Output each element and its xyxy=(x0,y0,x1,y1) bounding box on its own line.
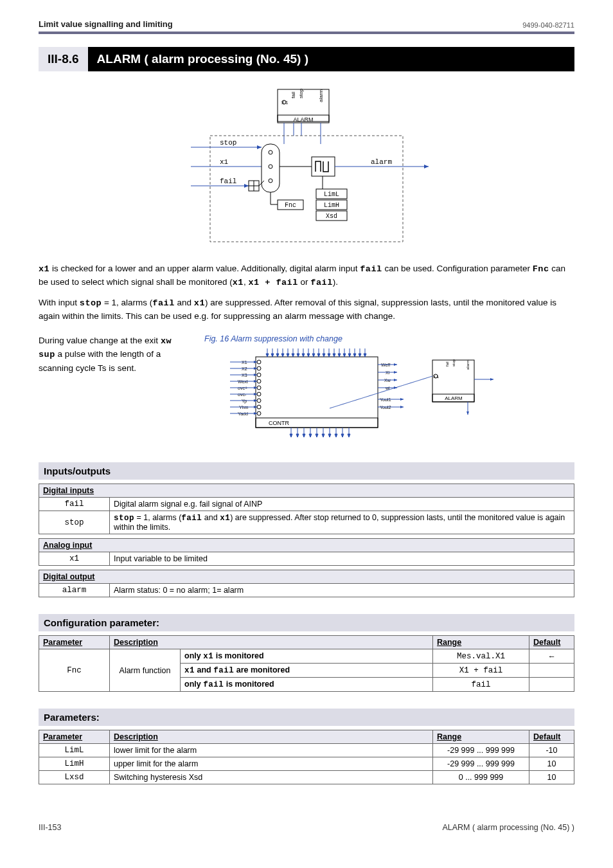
digital-output-table: Digital output alarm Alarm status: 0 = n… xyxy=(39,570,574,597)
svg-marker-88 xyxy=(276,354,279,357)
svg-marker-92 xyxy=(287,354,289,357)
table-row: Lxsd Switching hysteresis Xsd 0 ... 999 … xyxy=(39,771,574,784)
table-row: stop stop = 1, alarms (fail and x1) are … xyxy=(39,511,574,534)
page-footer: III-153 ALARM ( alarm processing (No. 45… xyxy=(39,823,574,832)
config-table: Parameter Description Range Default Fnc … xyxy=(39,635,574,692)
svg-text:x1: x1 xyxy=(220,158,229,166)
svg-marker-114 xyxy=(343,354,346,357)
section-title: ALARM ( alarm processing (No. 45) ) xyxy=(88,47,574,71)
svg-marker-122 xyxy=(364,354,366,357)
svg-point-23 xyxy=(269,179,272,183)
svg-marker-172 xyxy=(466,411,469,415)
svg-marker-86 xyxy=(271,354,274,357)
svg-marker-27 xyxy=(424,165,429,168)
table-row: alarm Alarm status: 0 = no alarm; 1= ala… xyxy=(39,584,574,597)
svg-text:stop: stop xyxy=(452,359,456,366)
header-left: Limit value signalling and limiting xyxy=(39,19,173,29)
svg-marker-94 xyxy=(292,354,294,357)
svg-text:Yp: Yp xyxy=(242,399,247,404)
fig16-row: During value change at the exit xw sup a… xyxy=(39,334,574,446)
svg-marker-142 xyxy=(290,434,292,437)
fig16-sidetext: During value change at the exit xw sup a… xyxy=(39,334,193,375)
svg-marker-146 xyxy=(303,434,305,437)
svg-marker-148 xyxy=(309,434,312,437)
fig16-caption: Fig. 16 Alarm suppression with change xyxy=(204,334,574,343)
svg-marker-158 xyxy=(341,434,344,437)
digital-inputs-table: Digital inputs fail Digital alarm signal… xyxy=(39,484,574,534)
svg-marker-144 xyxy=(296,434,299,437)
svg-marker-84 xyxy=(266,354,269,357)
svg-marker-170 xyxy=(490,378,493,381)
svg-marker-131 xyxy=(394,379,397,381)
svg-text:alarm: alarm xyxy=(466,360,470,370)
svg-marker-110 xyxy=(333,354,335,357)
analog-input-table: Analog input x1 Input variable to be lim… xyxy=(39,538,574,566)
table-row: Fnc Alarm function only x1 is monitored … xyxy=(39,649,574,664)
svg-rect-44 xyxy=(256,357,378,428)
svg-text:fail: fail xyxy=(220,177,236,185)
footer-right: ALARM ( alarm processing (No. 45) ) xyxy=(442,823,574,832)
svg-marker-140 xyxy=(400,406,404,408)
svg-marker-128 xyxy=(394,371,397,374)
svg-point-71 xyxy=(257,399,261,402)
paragraph-1: x1 is checked for a lower and an upper a… xyxy=(39,262,574,290)
svg-rect-11 xyxy=(210,136,403,242)
svg-marker-108 xyxy=(328,354,330,357)
table-row: LimL lower limit for the alarm -29 999 .… xyxy=(39,744,574,757)
table-row: LimH upper limit for the alarm -29 999 .… xyxy=(39,757,574,771)
section-number: III-8.6 xyxy=(39,47,88,71)
paragraph-2: With input stop = 1, alarms (fail and x1… xyxy=(39,296,574,323)
svg-point-59 xyxy=(257,379,261,383)
svg-text:alarm: alarm xyxy=(371,158,392,166)
footer-left: III-153 xyxy=(39,823,61,832)
params-table: Parameter Description Range Default LimL… xyxy=(39,730,574,784)
header-bar: Limit value signalling and limiting 9499… xyxy=(39,0,574,34)
io-heading: Inputs/outputs xyxy=(39,462,574,480)
svg-text:ALARM: ALARM xyxy=(445,395,463,401)
svg-text:stop: stop xyxy=(298,88,304,98)
svg-marker-90 xyxy=(281,354,284,357)
analog-input-header: Analog input xyxy=(39,539,574,552)
svg-point-21 xyxy=(269,150,272,154)
svg-marker-98 xyxy=(302,354,305,357)
svg-text:fail: fail xyxy=(445,361,449,366)
svg-marker-116 xyxy=(348,354,351,357)
diagram-fig16: CONTR X1 X2 X3 Wext ovc+ ovc- Yp Yhm Yad… xyxy=(204,347,513,444)
svg-text:Fnc: Fnc xyxy=(285,202,296,209)
svg-marker-156 xyxy=(335,434,337,437)
svg-text:stop: stop xyxy=(220,139,236,147)
config-heading: Configuration parameter: xyxy=(39,614,574,631)
svg-text:fail: fail xyxy=(290,92,296,98)
svg-line-173 xyxy=(330,376,432,408)
svg-marker-104 xyxy=(317,354,320,357)
section-heading: III-8.6 ALARM ( alarm processing (No. 45… xyxy=(39,47,574,71)
svg-point-55 xyxy=(257,373,261,377)
svg-point-67 xyxy=(257,392,261,396)
diagram-alarm-block: ALARM fail stop alarm X.1 stop x1 fail xyxy=(39,83,574,252)
svg-point-79 xyxy=(257,411,261,415)
svg-marker-125 xyxy=(394,363,397,366)
svg-marker-118 xyxy=(353,354,356,357)
svg-text:X.1: X.1 xyxy=(281,100,289,105)
svg-marker-154 xyxy=(328,434,331,437)
svg-marker-160 xyxy=(348,434,350,437)
table-row: x1 Input variable to be limited xyxy=(39,552,574,566)
alarm-box-label: ALARM xyxy=(293,116,313,123)
svg-point-51 xyxy=(257,366,261,370)
svg-text:CONTR: CONTR xyxy=(269,420,289,426)
svg-marker-96 xyxy=(297,354,299,357)
svg-text:alarm: alarm xyxy=(318,89,324,102)
svg-point-75 xyxy=(257,405,261,409)
params-heading: Parameters: xyxy=(39,709,574,726)
svg-marker-102 xyxy=(312,354,315,357)
digital-inputs-header: Digital inputs xyxy=(39,484,574,498)
svg-marker-106 xyxy=(323,354,325,357)
svg-text:X.1: X.1 xyxy=(433,375,440,379)
svg-marker-13 xyxy=(257,145,262,149)
svg-text:Xsd: Xsd xyxy=(326,213,337,220)
svg-marker-112 xyxy=(338,354,341,357)
svg-marker-18 xyxy=(244,184,249,188)
svg-marker-150 xyxy=(315,434,318,437)
svg-marker-120 xyxy=(359,354,361,357)
svg-marker-100 xyxy=(307,354,310,357)
